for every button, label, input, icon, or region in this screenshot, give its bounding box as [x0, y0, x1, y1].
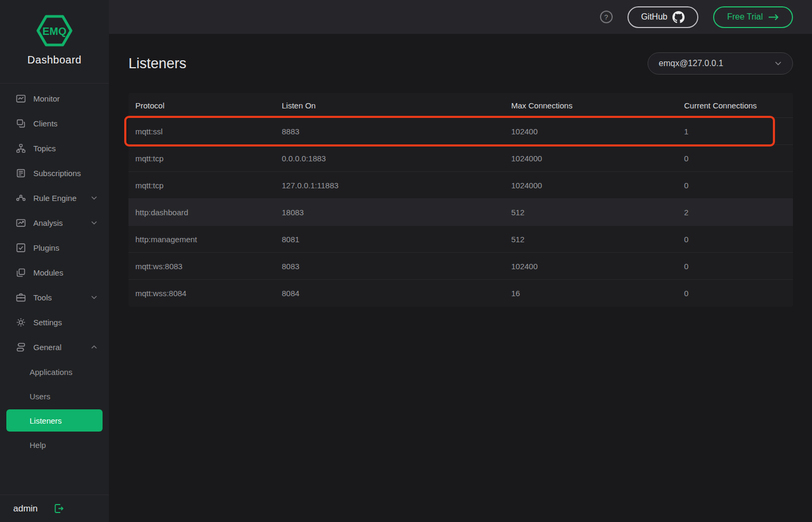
sidebar-item-monitor[interactable]: Monitor — [0, 86, 109, 111]
cell-max-connections: 512 — [511, 235, 684, 244]
sidebar-item-topics[interactable]: Topics — [0, 136, 109, 161]
general-icon — [16, 342, 26, 352]
cell-protocol: mqtt:tcp — [135, 154, 282, 163]
sidebar-item-rule-engine[interactable]: Rule Engine — [0, 186, 109, 210]
node-select-value: emqx@127.0.0.1 — [659, 59, 723, 68]
sidebar-item-settings[interactable]: Settings — [0, 310, 109, 335]
plugins-icon — [16, 243, 26, 253]
table-body: mqtt:ssl 8883 102400 1 mqtt:tcp 0.0.0.0:… — [128, 118, 793, 307]
brand[interactable]: EMQ Dashboard — [0, 0, 109, 84]
cell-protocol: http:dashboard — [135, 208, 282, 217]
table-row: mqtt:ws:8083 8083 102400 0 — [128, 253, 793, 280]
sidebar-item-label: Monitor — [33, 94, 97, 103]
github-button-label: GitHub — [641, 12, 668, 22]
question-mark-icon: ? — [604, 13, 608, 21]
github-icon — [672, 11, 685, 23]
topics-icon — [16, 143, 26, 153]
chevron-up-icon — [91, 345, 97, 350]
username-label: admin — [13, 503, 38, 514]
cell-max-connections: 16 — [511, 289, 684, 298]
topbar: ? GitHub Free Trial — [109, 0, 812, 34]
submenu-label: Users — [30, 392, 50, 401]
table-row: mqtt:tcp 127.0.0.1:11883 1024000 0 — [128, 172, 793, 199]
sidebar-item-modules[interactable]: Modules — [0, 260, 109, 285]
column-header-listen-on: Listen On — [282, 101, 511, 110]
cell-max-connections: 1024000 — [511, 154, 684, 163]
sidebar-item-analysis[interactable]: Analysis — [0, 210, 109, 235]
cell-max-connections: 512 — [511, 208, 684, 217]
cell-protocol: http:management — [135, 235, 282, 244]
sidebar-item-clients[interactable]: Clients — [0, 111, 109, 136]
page-title: Listeners — [128, 56, 187, 72]
cell-current-connections: 0 — [684, 181, 793, 190]
cell-listen-on: 8081 — [282, 235, 511, 244]
logout-button[interactable] — [53, 503, 64, 514]
column-header-protocol: Protocol — [135, 101, 282, 110]
github-button[interactable]: GitHub — [628, 6, 699, 28]
sidebar-item-label: Plugins — [33, 243, 97, 252]
cell-current-connections: 2 — [684, 208, 793, 217]
main-content: Listeners emqx@127.0.0.1 Protocol Listen… — [109, 34, 812, 522]
arrow-right-icon — [768, 14, 779, 21]
listeners-table: Protocol Listen On Max Connections Curre… — [128, 93, 793, 307]
sidebar-item-general[interactable]: General — [0, 335, 109, 360]
chevron-down-icon — [91, 196, 97, 200]
help-button[interactable]: ? — [600, 11, 613, 23]
cell-protocol: mqtt:ws:8083 — [135, 262, 282, 271]
sidebar-item-listeners[interactable]: Listeners — [6, 409, 103, 432]
cell-current-connections: 1 — [684, 127, 793, 136]
rule-engine-icon — [16, 193, 26, 203]
sidebar-item-label: General — [33, 343, 91, 352]
column-header-max-connections: Max Connections — [511, 101, 684, 110]
sidebar-item-applications[interactable]: Applications — [0, 360, 109, 384]
cell-current-connections: 0 — [684, 154, 793, 163]
submenu-label: Applications — [30, 368, 72, 377]
cell-current-connections: 0 — [684, 262, 793, 271]
sidebar-item-plugins[interactable]: Plugins — [0, 235, 109, 260]
sidebar-item-tools[interactable]: Tools — [0, 285, 109, 310]
cell-max-connections: 102400 — [511, 127, 684, 136]
submenu-label: Help — [30, 441, 46, 450]
sidebar-item-label: Rule Engine — [33, 194, 91, 203]
sidebar-item-users[interactable]: Users — [0, 384, 109, 408]
svg-text:EMQ: EMQ — [42, 25, 66, 37]
cell-listen-on: 8084 — [282, 289, 511, 298]
cell-listen-on: 0.0.0.0:1883 — [282, 154, 511, 163]
monitor-icon — [16, 94, 26, 104]
analysis-icon — [16, 218, 26, 228]
cell-listen-on: 127.0.0.1:11883 — [282, 181, 511, 190]
table-row: mqtt:tcp 0.0.0.0:1883 1024000 0 — [128, 145, 793, 172]
sidebar-item-help[interactable]: Help — [0, 433, 109, 457]
cell-max-connections: 102400 — [511, 262, 684, 271]
main-header: Listeners emqx@127.0.0.1 — [109, 34, 812, 93]
brand-title: Dashboard — [27, 54, 81, 66]
table-row: mqtt:ssl 8883 102400 1 — [128, 118, 793, 145]
node-select-dropdown[interactable]: emqx@127.0.0.1 — [648, 52, 793, 75]
general-submenu: Applications Users Listeners Help — [0, 360, 109, 457]
modules-icon — [16, 268, 26, 278]
cell-listen-on: 18083 — [282, 208, 511, 217]
sidebar-menu: Monitor Clients Topics Subscriptions Rul… — [0, 84, 109, 457]
table-header: Protocol Listen On Max Connections Curre… — [128, 93, 793, 118]
subscriptions-icon — [16, 168, 26, 178]
logout-icon — [53, 503, 64, 514]
sidebar-item-label: Modules — [33, 268, 97, 277]
cell-protocol: mqtt:wss:8084 — [135, 289, 282, 298]
sidebar-item-label: Topics — [33, 144, 97, 153]
chevron-down-icon — [774, 61, 782, 66]
sidebar-item-label: Clients — [33, 119, 97, 128]
cell-listen-on: 8083 — [282, 262, 511, 271]
cell-current-connections: 0 — [684, 289, 793, 298]
cell-max-connections: 1024000 — [511, 181, 684, 190]
sidebar-item-subscriptions[interactable]: Subscriptions — [0, 161, 109, 186]
submenu-label: Listeners — [30, 416, 62, 425]
sidebar-item-label: Tools — [33, 293, 91, 302]
cell-listen-on: 8883 — [282, 127, 511, 136]
table-row: http:management 8081 512 0 — [128, 226, 793, 253]
free-trial-button[interactable]: Free Trial — [713, 6, 793, 28]
column-header-current-connections: Current Connections — [684, 101, 793, 110]
table-row: mqtt:wss:8084 8084 16 0 — [128, 280, 793, 307]
clients-icon — [16, 118, 26, 129]
emq-logo-icon: EMQ — [35, 14, 73, 48]
cell-protocol: mqtt:tcp — [135, 181, 282, 190]
